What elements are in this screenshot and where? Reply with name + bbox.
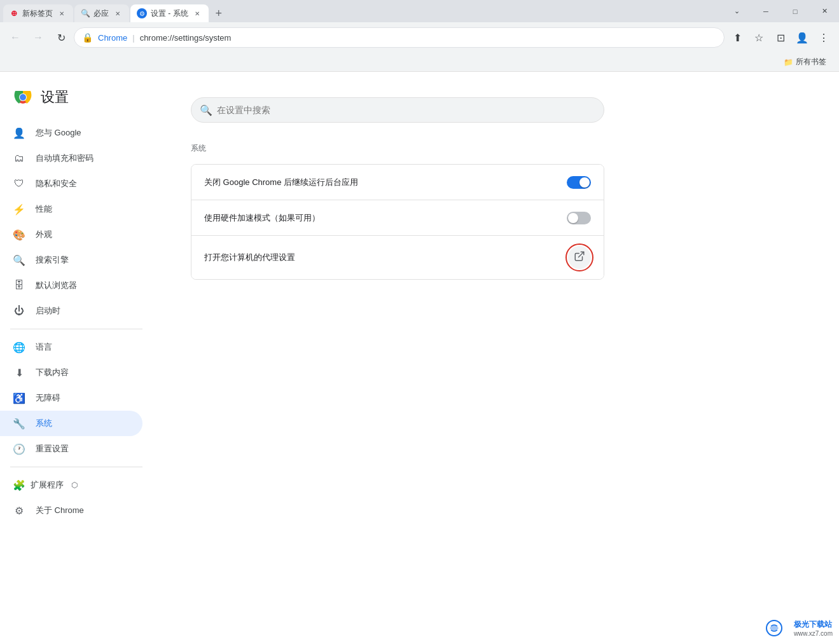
settings-search-input[interactable] <box>191 97 604 123</box>
sidebar-label-performance: 性能 <box>36 203 52 215</box>
extensions-external-icon: ⬡ <box>71 481 78 490</box>
forward-button[interactable]: → <box>28 27 48 48</box>
browser-icon: 🗄 <box>13 279 25 292</box>
bookmarks-bar: 📁 所有书签 <box>0 53 839 72</box>
language-icon: 🌐 <box>13 341 25 353</box>
shield-icon: 🛡 <box>13 177 25 190</box>
sidebar-label-extensions: 扩展程序 <box>31 479 64 491</box>
tab-newtab-close[interactable]: ✕ <box>57 8 67 18</box>
external-link-icon <box>574 250 585 264</box>
sidebar-item-accessibility[interactable]: ♿ 无障碍 <box>0 385 142 411</box>
hardware-accel-toggle[interactable] <box>567 212 591 224</box>
watermark: 极光下载站 www.xz7.com <box>765 619 833 638</box>
sidebar-item-extensions[interactable]: 🧩 扩展程序 ⬡ <box>0 472 142 498</box>
proxy-label: 打开您计算机的代理设置 <box>204 252 558 263</box>
settings-row-hardware: 使用硬件加速模式（如果可用） <box>191 200 604 236</box>
sidebar-item-downloads[interactable]: ⬇ 下载内容 <box>0 360 142 385</box>
performance-icon: ⚡ <box>13 203 25 216</box>
close-icon: ✕ <box>822 7 828 15</box>
reload-button[interactable]: ↻ <box>51 27 71 48</box>
sidebar-label-system: 系统 <box>36 418 52 429</box>
toggle-thumb-hardware <box>568 213 578 223</box>
sidebar-item-privacy[interactable]: 🛡 隐私和安全 <box>0 171 142 196</box>
tab-newtab[interactable]: ⊕ 新标签页 ✕ <box>3 4 73 22</box>
address-url: chrome://settings/system <box>140 33 232 43</box>
settings-card: 关闭 Google Chrome 后继续运行后台应用 使用硬件加速模式（如果可用… <box>191 164 604 280</box>
watermark-site: 极光下载站 <box>794 619 833 630</box>
sidebar-label-privacy: 隐私和安全 <box>36 178 77 189</box>
address-separator: | <box>132 33 134 43</box>
menu-button[interactable]: ⋮ <box>814 27 834 48</box>
sidebar-item-search[interactable]: 🔍 搜索引擎 <box>0 247 142 273</box>
sidebar-item-about[interactable]: ⚙ 关于 Chrome <box>0 498 142 523</box>
sidebar-toggle-button[interactable]: ⊡ <box>770 27 791 48</box>
sidebar-divider-1 <box>10 329 142 329</box>
sidebar-item-autofill[interactable]: 🗂 自动填充和密码 <box>0 146 142 171</box>
search-icon: 🔍 <box>200 104 212 116</box>
sidebar-label-google: 您与 Google <box>36 127 81 139</box>
watermark-text: 极光下载站 www.xz7.com <box>794 619 833 637</box>
tab-newtab-label: 新标签页 <box>22 8 53 19</box>
download-icon: ⬇ <box>13 366 25 379</box>
chrome-logo <box>13 87 33 107</box>
content-area: 🔍 系统 关闭 Google Chrome 后继续运行后台应用 使用硬件加速模式… <box>153 72 839 644</box>
watermark-logo <box>765 619 790 638</box>
sidebar-item-reset[interactable]: 🕐 重置设置 <box>0 436 142 462</box>
sidebar-item-system[interactable]: 🔧 系统 <box>0 411 142 436</box>
tab-overflow-button[interactable]: ⌄ <box>722 0 751 22</box>
background-apps-toggle[interactable] <box>567 176 591 189</box>
sidebar-item-browser[interactable]: 🗄 默认浏览器 <box>0 273 142 298</box>
person-icon: 👤 <box>13 127 25 139</box>
sidebar-item-performance[interactable]: ⚡ 性能 <box>0 196 142 222</box>
proxy-control <box>568 246 591 269</box>
svg-line-4 <box>579 252 584 257</box>
address-brand: Chrome <box>98 33 127 43</box>
sidebar-item-google[interactable]: 👤 您与 Google <box>0 120 142 146</box>
window-controls: ⌄ ─ □ ✕ <box>722 0 839 22</box>
bookmark-button[interactable]: ☆ <box>749 27 769 48</box>
hardware-accel-label: 使用硬件加速模式（如果可用） <box>204 212 557 224</box>
tab-settings-close[interactable]: ✕ <box>192 8 202 18</box>
search-engine-icon: 🔍 <box>13 254 25 266</box>
folder-icon: 📁 <box>784 58 793 67</box>
proxy-external-button[interactable] <box>568 246 591 269</box>
tab-bing-close[interactable]: ✕ <box>113 8 123 18</box>
sidebar-item-language[interactable]: 🌐 语言 <box>0 334 142 360</box>
address-bar[interactable]: 🔒 Chrome | chrome://settings/system <box>74 27 725 48</box>
sidebar-label-appearance: 外观 <box>36 229 52 240</box>
section-title: 系统 <box>191 143 801 154</box>
gear-settings-icon: ⚙ <box>137 8 147 18</box>
maximize-button[interactable]: □ <box>780 0 810 22</box>
sidebar-nav: 👤 您与 Google 🗂 自动填充和密码 🛡 隐私和安全 ⚡ 性能 🎨 外观 <box>0 120 153 523</box>
bookmarks-folder[interactable]: 📁 所有书签 <box>779 55 831 69</box>
sidebar: 设置 👤 您与 Google 🗂 自动填充和密码 🛡 隐私和安全 ⚡ 性能 <box>0 72 153 644</box>
sidebar-header: 设置 <box>0 82 153 120</box>
sidebar-label-startup: 启动时 <box>36 305 60 317</box>
tab-bing[interactable]: 🔍 必应 ✕ <box>74 4 129 22</box>
svg-point-3 <box>20 94 26 100</box>
back-button[interactable]: ← <box>5 27 25 48</box>
appearance-icon: 🎨 <box>13 228 25 241</box>
bookmarks-label: 所有书签 <box>796 57 826 67</box>
sidebar-item-startup[interactable]: ⏻ 启动时 <box>0 298 142 324</box>
sidebar-label-about: 关于 Chrome <box>36 505 84 516</box>
extensions-icon: 🧩 <box>13 479 25 491</box>
about-icon: ⚙ <box>13 504 25 517</box>
sidebar-item-appearance[interactable]: 🎨 外观 <box>0 222 142 247</box>
titlebar: ⊕ 新标签页 ✕ 🔍 必应 ✕ ⚙ 设置 - 系统 ✕ + ⌄ ─ □ ✕ <box>0 0 839 22</box>
close-button[interactable]: ✕ <box>810 0 839 22</box>
minimize-button[interactable]: ─ <box>751 0 780 22</box>
weibo-icon: ⊕ <box>10 9 18 18</box>
sidebar-label-reset: 重置设置 <box>36 443 69 455</box>
tab-settings-label: 设置 - 系统 <box>151 8 188 19</box>
sidebar-divider-2 <box>10 467 142 467</box>
settings-row-proxy: 打开您计算机的代理设置 <box>191 236 604 279</box>
tab-settings[interactable]: ⚙ 设置 - 系统 ✕ <box>130 4 209 22</box>
tab-strip: ⊕ 新标签页 ✕ 🔍 必应 ✕ ⚙ 设置 - 系统 ✕ + <box>0 0 722 22</box>
new-tab-button[interactable]: + <box>210 4 228 22</box>
toolbar: ← → ↻ 🔒 Chrome | chrome://settings/syste… <box>0 22 839 53</box>
profile-button[interactable]: 👤 <box>792 27 812 48</box>
share-button[interactable]: ⬆ <box>727 27 747 48</box>
reset-icon: 🕐 <box>13 442 25 455</box>
sidebar-label-browser: 默认浏览器 <box>36 280 77 291</box>
